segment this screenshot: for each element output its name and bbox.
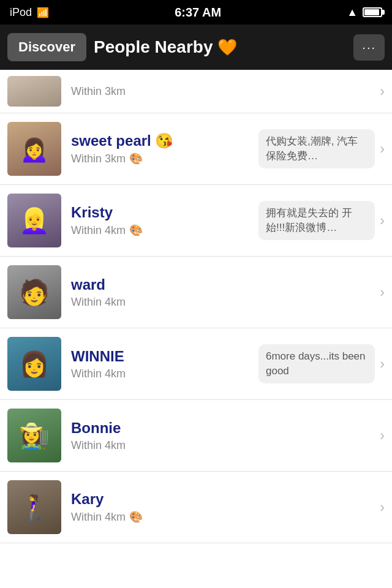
wifi-icon: 📶 [37,7,49,18]
person-name: Kristy [71,204,254,221]
list-item[interactable]: 🚶‍♀️KaryWithin 4km🎨› [0,472,392,543]
person-distance: Within 4km [71,296,375,309]
person-name: ward [71,276,375,293]
partial-distance: Within 3km [71,85,375,98]
chevron-icon: › [380,212,385,229]
person-info: KristyWithin 4km🎨 [71,204,254,237]
person-info: BonnieWithin 4km [71,420,375,452]
pinwheel-icon: 🎨 [129,152,143,165]
partial-avatar [7,76,61,107]
pinwheel-icon: 🎨 [129,224,143,237]
avatar: 🧑 [7,265,61,319]
person-info: sweet pearl😘Within 3km🎨 [71,132,254,165]
more-button[interactable]: ··· [353,34,385,61]
people-list: 🙍‍♀️sweet pearl😘Within 3km🎨代购女装,潮牌, 汽车保险… [0,113,392,543]
status-bubble: 6more days...its been good [258,344,375,383]
list-item[interactable]: 👱‍♀️KristyWithin 4km🎨拥有就是失去的 开始!!!新浪微博…› [0,185,392,257]
status-bubble: 代购女装,潮牌, 汽车保险免费… [258,129,375,168]
status-time: 6:37 AM [175,6,221,20]
avatar: 👩‍🌾 [7,409,61,462]
person-distance: Within 4km [71,368,254,380]
chevron-icon: › [380,284,385,301]
person-name: sweet pearl😘 [71,132,254,149]
status-right: ▲ [347,6,382,19]
avatar: 👩 [7,337,61,391]
name-emoji: 😘 [155,132,173,149]
person-name: Kary [71,491,375,508]
person-info: WINNIEWithin 4km [71,348,254,380]
person-info: KaryWithin 4km🎨 [71,491,375,524]
discover-button[interactable]: Discover [7,33,86,61]
avatar: 🚶‍♀️ [7,480,61,534]
list-item[interactable]: 🧑wardWithin 4km› [0,257,392,328]
avatar: 🙍‍♀️ [7,122,61,176]
partial-list-item[interactable]: Within 3km › [0,70,392,113]
pinwheel-icon: 🎨 [129,510,143,524]
person-distance: Within 4km🎨 [71,510,375,524]
person-name: WINNIE [71,348,254,365]
chevron-icon: › [380,427,385,444]
person-info: wardWithin 4km [71,276,375,309]
nav-title: People Nearby 🧡 [94,37,346,57]
device-label: iPod [10,6,32,19]
list-item[interactable]: 🙍‍♀️sweet pearl😘Within 3km🎨代购女装,潮牌, 汽车保险… [0,113,392,185]
status-bar: iPod 📶 6:37 AM ▲ [0,0,392,24]
chevron-icon: › [380,355,385,372]
chevron-icon: › [380,83,385,100]
list-item[interactable]: 👩WINNIEWithin 4km6more days...its been g… [0,328,392,400]
nav-title-emoji: 🧡 [217,38,237,57]
avatar: 👱‍♀️ [7,194,61,247]
person-distance: Within 4km [71,439,375,452]
nav-title-text: People Nearby [94,37,213,57]
person-name: Bonnie [71,420,375,437]
battery-icon [363,7,382,17]
nav-bar: Discover People Nearby 🧡 ··· [0,24,392,70]
status-left: iPod 📶 [10,6,49,19]
chevron-icon: › [380,140,385,157]
person-distance: Within 4km🎨 [71,224,254,237]
person-distance: Within 3km🎨 [71,152,254,165]
status-bubble: 拥有就是失去的 开始!!!新浪微博… [258,201,375,240]
chevron-icon: › [380,499,385,516]
location-icon: ▲ [347,6,358,19]
list-item[interactable]: 👩‍🌾BonnieWithin 4km› [0,400,392,472]
